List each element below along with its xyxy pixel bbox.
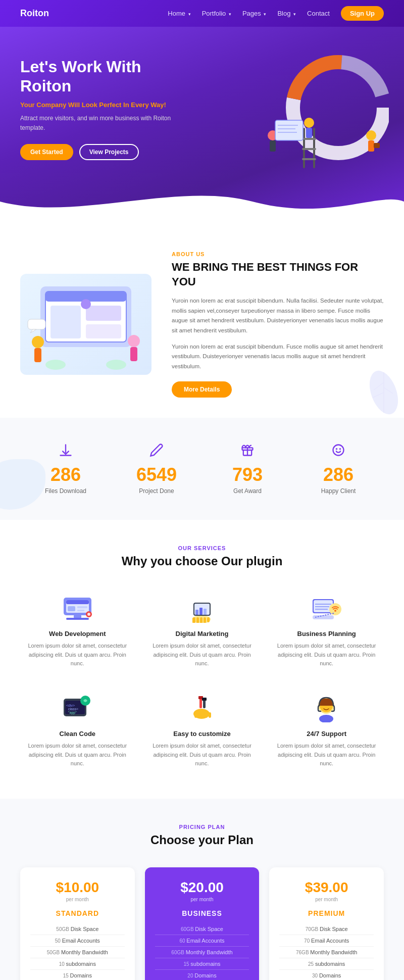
about-para2: Yuroin non lorem ac erat suscipit bibend… [172, 342, 384, 372]
services-section: OUR SERVICES Why you choose Our plugin [0, 520, 404, 799]
service-planning-desc: Lorem ipsum dolor sit amet, consectetur … [274, 642, 379, 668]
standard-per: per month [30, 897, 125, 902]
service-marketing-title: Digital Marketing [150, 630, 255, 638]
service-customize-title: Easy to customize [150, 730, 255, 738]
premium-per: per month [279, 897, 374, 902]
customize-icon [184, 694, 220, 724]
feature-item: 25 subdomains [279, 958, 374, 970]
pricing-title: Choose your Plan [20, 833, 384, 847]
svg-rect-51 [66, 618, 89, 620]
more-details-button[interactable]: More Details [172, 381, 232, 398]
hero-title: Let's Work With Roiton [20, 57, 182, 96]
svg-rect-28 [130, 347, 137, 361]
svg-point-8 [304, 118, 314, 128]
about-image [20, 274, 152, 375]
feature-item: 60GB Disk Space [155, 923, 249, 935]
feature-item: 15 subdomains [155, 958, 249, 970]
svg-rect-63 [204, 617, 206, 623]
hero-description: Attract more visitors, and win more busi… [20, 114, 182, 133]
feature-item: 70GB Disk Space [279, 923, 374, 935]
stats-section: 286 Files Download 6549 Project Done 793… [0, 418, 404, 520]
about-tag: ABOUT US [172, 251, 384, 257]
svg-rect-49 [77, 610, 84, 611]
svg-rect-62 [200, 617, 203, 623]
stat-awards-number: 793 [202, 464, 293, 485]
feature-item: 30 Domains [279, 970, 374, 980]
service-support: 24/7 Support Lorem ipsum dolor sit amet,… [269, 689, 384, 773]
svg-point-41 [333, 445, 344, 456]
svg-rect-64 [207, 617, 210, 622]
service-planning-title: Business Planning [274, 630, 379, 638]
feature-item: 50GB Monthly Bandwidth [30, 947, 125, 958]
pricing-section: PRICING PLAN Choose your Plan $10.00 per… [0, 799, 404, 980]
svg-rect-13 [368, 140, 374, 152]
service-marketing-desc: Lorem ipsum dolor sit amet, consectetur … [150, 642, 255, 668]
svg-rect-50 [74, 615, 81, 618]
service-business-planning: Business Planning Lorem ipsum dolor sit … [269, 589, 384, 673]
svg-point-43 [340, 449, 340, 449]
svg-rect-59 [204, 609, 207, 615]
svg-point-71 [334, 610, 336, 612]
stat-clients-number: 286 [293, 464, 384, 485]
nav-pages[interactable]: Pages ▾ [242, 10, 266, 17]
svg-point-27 [128, 335, 140, 347]
feature-item: 10 subdomains [30, 958, 125, 970]
stat-awards-label: Get Award [202, 487, 293, 495]
pricing-standard: $10.00 per month STANDARD 50GB Disk Spac… [20, 867, 135, 980]
business-price: $20.00 [155, 879, 249, 896]
svg-rect-86 [198, 711, 200, 718]
svg-rect-88 [205, 711, 208, 718]
service-customize: Easy to customize Lorem ipsum dolor sit … [145, 689, 260, 773]
svg-point-29 [81, 299, 91, 309]
svg-text:"app": "app" [68, 711, 77, 715]
pricing-grid: $10.00 per month STANDARD 50GB Disk Spac… [20, 867, 384, 980]
svg-rect-58 [199, 608, 203, 615]
about-illustration [25, 276, 146, 372]
feature-item: 76GB Monthly Bandwidth [279, 947, 374, 958]
svg-rect-24 [86, 324, 121, 338]
hero-wave [0, 181, 404, 221]
business-planning-icon [309, 594, 344, 624]
about-para1: Yuroin non lorem ac erat suscipit bibend… [172, 296, 384, 335]
standard-price: $10.00 [30, 879, 125, 896]
business-features: 60GB Disk Space 60 Email Accounts 60GB M… [155, 923, 249, 980]
svg-rect-57 [195, 610, 198, 615]
svg-marker-31 [30, 329, 36, 333]
feature-item: 50GB Disk Space [30, 923, 125, 935]
nav-links: Home ▾ Portfolio ▾ Pages ▾ Blog ▾ Contac… [168, 6, 384, 21]
hero-content: Let's Work With Roiton Your Company Will… [20, 57, 182, 160]
premium-name: PREMIUM [279, 909, 374, 917]
svg-rect-87 [201, 711, 204, 718]
digital-marketing-icon [184, 594, 220, 624]
pricing-premium: $39.00 per month PREMIUM 70GB Disk Space… [269, 867, 384, 980]
nav-signup-button[interactable]: Sign Up [341, 6, 384, 21]
services-title: Why you choose Our plugin [20, 554, 384, 568]
hero-svg [227, 42, 389, 193]
nav-contact[interactable]: Contact [307, 10, 330, 17]
pricing-tag: PRICING PLAN [20, 824, 384, 830]
svg-rect-22 [50, 306, 81, 338]
gift-icon [202, 443, 293, 460]
service-cleancode-desc: Lorem ipsum dolor sit amet, consectetur … [25, 742, 130, 768]
svg-point-53 [87, 613, 90, 616]
get-started-button[interactable]: Get Started [20, 144, 73, 160]
business-name: BUSINESS [155, 909, 249, 917]
service-web-dev: Web Development Lorem ipsum dolor sit am… [20, 589, 135, 673]
svg-point-12 [366, 130, 376, 140]
blob-decoration [0, 459, 45, 510]
svg-rect-60 [192, 617, 195, 623]
feature-item: 70 Email Accounts [279, 935, 374, 947]
service-support-title: 24/7 Support [274, 730, 379, 738]
svg-rect-9 [306, 128, 312, 138]
nav-blog[interactable]: Blog ▾ [277, 10, 296, 17]
view-projects-button[interactable]: View Projects [79, 144, 139, 160]
premium-price: $39.00 [279, 879, 374, 896]
nav-portfolio[interactable]: Portfolio ▾ [202, 10, 231, 17]
feature-item: 20 Domains [155, 970, 249, 980]
services-header: OUR SERVICES Why you choose Our plugin [20, 545, 384, 568]
svg-rect-11 [270, 140, 276, 152]
services-grid: Web Development Lorem ipsum dolor sit am… [20, 589, 384, 773]
business-per: per month [155, 897, 249, 902]
nav-home[interactable]: Home ▾ [168, 10, 190, 17]
service-webdev-desc: Lorem ipsum dolor sit amet, consectetur … [25, 642, 130, 668]
